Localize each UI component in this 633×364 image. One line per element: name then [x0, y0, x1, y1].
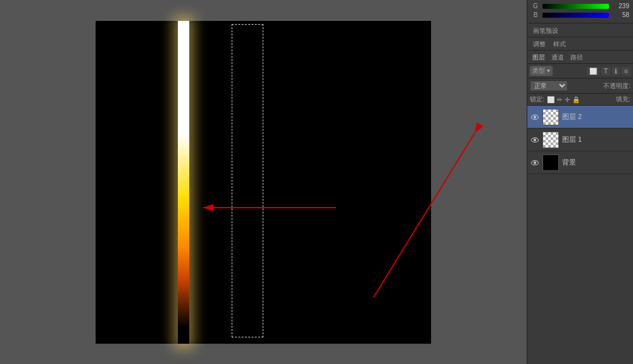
opacity-label: 不透明度:	[603, 82, 630, 91]
g-slider[interactable]	[542, 4, 609, 9]
tab-brush-preset[interactable]: 画笔预设	[530, 25, 561, 37]
icon-info[interactable]: ℹ	[612, 67, 620, 75]
b-color-row: B 58	[531, 11, 629, 18]
blend-opacity-row: 正常 不透明度:	[527, 78, 633, 94]
layers-toolbar: 类型 ▾ ⬜ T ℹ ≡	[527, 64, 633, 78]
b-slider[interactable]	[542, 13, 609, 18]
fill-label: 填充:	[616, 95, 630, 104]
top-tabs: 画笔预设	[527, 23, 633, 37]
adjust-tabs: 调整 样式	[527, 37, 633, 51]
right-panel: G 239 B 58 画笔预设 调整 样式 图层 通道 路径 类型 ▾ ⬜ T …	[527, 0, 633, 364]
dashed-selection	[232, 24, 263, 337]
layer-bg-thumb	[542, 154, 559, 171]
type-dropdown[interactable]: 类型 ▾	[530, 66, 553, 76]
layers-list: 图层 2 图层 1 背景	[527, 106, 633, 364]
layer-item-bg[interactable]: 背景	[527, 151, 633, 174]
tab-style[interactable]: 样式	[550, 39, 569, 50]
eye-icon-bg	[531, 160, 539, 165]
b-label: B	[531, 11, 540, 18]
g-label: G	[531, 3, 540, 9]
icon-image[interactable]: ⬜	[587, 67, 599, 75]
layer-1-eye[interactable]	[530, 135, 540, 145]
eye-icon-1	[531, 137, 539, 142]
icon-more[interactable]: ≡	[622, 67, 630, 75]
panel-tabs: 图层 通道 路径	[527, 51, 633, 64]
move-icon[interactable]: ✛	[565, 96, 570, 103]
eye-icon-2	[531, 115, 539, 120]
layer-1-name: 图层 1	[562, 135, 582, 144]
layer-2-name: 图层 2	[562, 112, 582, 122]
canvas-wrapper[interactable]	[96, 21, 431, 344]
tab-adjust[interactable]: 调整	[530, 39, 549, 50]
layer-2-eye[interactable]	[530, 112, 540, 122]
layer-item-1[interactable]: 图层 1	[527, 129, 633, 151]
b-value: 58	[611, 11, 629, 18]
padlock-icon[interactable]: 🔒	[572, 96, 580, 103]
light-streak	[178, 21, 189, 344]
canvas-svg-arrows	[96, 21, 431, 344]
layer-bg-name: 背景	[562, 158, 576, 167]
layer-2-thumb	[542, 109, 559, 125]
tab-channels[interactable]: 通道	[549, 52, 567, 63]
brush-icon[interactable]: ✏	[557, 96, 562, 103]
layer-1-thumb	[542, 132, 559, 148]
blend-mode-select[interactable]: 正常	[530, 80, 568, 91]
icon-text[interactable]: T	[601, 67, 610, 75]
layer-item-2[interactable]: 图层 2	[527, 106, 633, 129]
tab-layers[interactable]: 图层	[530, 52, 548, 63]
tab-paths[interactable]: 路径	[568, 52, 586, 63]
canvas-area	[0, 0, 527, 364]
lock-label: 锁定:	[530, 95, 544, 104]
g-value: 239	[611, 3, 629, 9]
g-color-row: G 239	[531, 3, 629, 9]
color-section: G 239 B 58	[527, 0, 633, 23]
lock-icon-check[interactable]: ⬜	[547, 96, 555, 103]
layer-bg-eye[interactable]	[530, 158, 540, 168]
lock-fill-row: 锁定: ⬜ ✏ ✛ 🔒 填充:	[527, 94, 633, 106]
